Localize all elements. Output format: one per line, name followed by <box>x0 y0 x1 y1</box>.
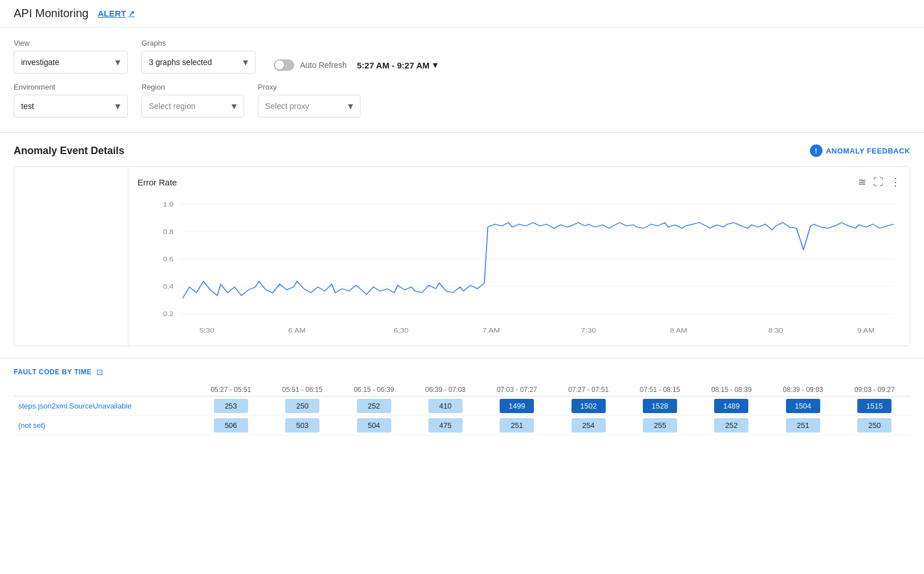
fault-cell: 1515 <box>839 397 910 416</box>
cell-value: 251 <box>786 418 820 432</box>
svg-text:0.4: 0.4 <box>163 283 174 290</box>
chart-more-icon[interactable]: ⋮ <box>890 176 901 188</box>
chart-expand-icon[interactable]: ⛶ <box>873 176 884 188</box>
fault-row-name[interactable]: (not set) <box>14 416 195 435</box>
cell-value: 1489 <box>714 399 748 413</box>
region-label: Region <box>141 83 244 91</box>
fault-col-1: 05:51 - 06:15 <box>266 383 338 397</box>
controls-section: View investigate ▾ Graphs 3 graphs selec… <box>0 27 924 133</box>
page-title: API Monitoring <box>14 7 88 20</box>
cell-value: 252 <box>357 399 391 413</box>
svg-text:7 AM: 7 AM <box>483 327 500 334</box>
fault-code-export-icon[interactable]: ⊡ <box>96 367 103 377</box>
cell-value: 1504 <box>786 399 820 413</box>
anomaly-header: Anomaly Event Details ! ANOMALY FEEDBACK <box>14 144 910 157</box>
time-range-value: 5:27 AM - 9:27 AM <box>357 60 429 70</box>
graphs-dropdown-arrow: ▾ <box>243 56 248 68</box>
svg-text:0.8: 0.8 <box>163 228 174 236</box>
fault-cell: 251 <box>481 416 553 435</box>
time-range-arrow: ▾ <box>433 60 437 70</box>
table-row: steps.json2xml.SourceUnavailable25325025… <box>14 397 910 416</box>
environment-dropdown[interactable]: test ▾ <box>14 95 128 118</box>
fault-cell: 503 <box>266 416 338 435</box>
environment-dropdown-arrow: ▾ <box>115 100 120 112</box>
cell-value: 255 <box>643 418 677 432</box>
fault-cell: 254 <box>553 416 624 435</box>
graphs-value: 3 graphs selected <box>149 58 212 67</box>
cell-value: 503 <box>285 418 319 432</box>
proxy-placeholder: Select proxy <box>265 102 309 111</box>
proxy-label: Proxy <box>258 83 360 91</box>
proxy-dropdown-arrow: ▾ <box>348 100 353 112</box>
fault-col-7: 08:15 - 08:39 <box>696 383 767 397</box>
controls-row-2: Environment test ▾ Region Select region … <box>14 83 910 118</box>
anomaly-feedback-label: ANOMALY FEEDBACK <box>826 147 910 155</box>
proxy-dropdown[interactable]: Select proxy ▾ <box>258 95 360 118</box>
view-value: investigate <box>21 58 59 67</box>
toggle-knob <box>275 60 284 70</box>
fault-cell: 1489 <box>696 397 767 416</box>
region-dropdown-arrow: ▾ <box>232 100 237 112</box>
table-row: (not set)506503504475251254255252251250 <box>14 416 910 435</box>
fault-cell: 1499 <box>481 397 553 416</box>
fault-code-section: FAULT CODE BY TIME ⊡ 05:27 - 05:51 05:51… <box>0 358 924 444</box>
chart-svg: 1.0 0.8 0.6 0.4 0.2 5:30 6 AM 6:30 7 AM … <box>137 193 901 341</box>
fault-cell: 252 <box>696 416 767 435</box>
controls-row-1: View investigate ▾ Graphs 3 graphs selec… <box>14 39 910 74</box>
fault-col-0: 05:27 - 05:51 <box>195 383 266 397</box>
chart-title: Error Rate <box>137 177 177 187</box>
environment-label: Environment <box>14 83 128 91</box>
chart-container: Error Rate ≅ ⛶ ⋮ 1.0 0.8 <box>14 166 910 346</box>
anomaly-title: Anomaly Event Details <box>14 145 124 157</box>
cell-value: 250 <box>285 399 319 413</box>
region-placeholder: Select region <box>149 102 196 111</box>
view-label: View <box>14 39 128 47</box>
fault-cell: 250 <box>839 416 910 435</box>
chart-main: Error Rate ≅ ⛶ ⋮ 1.0 0.8 <box>128 167 910 346</box>
alert-label: ALERT <box>98 9 126 18</box>
fault-cell: 253 <box>195 397 266 416</box>
fault-cell: 1528 <box>624 397 695 416</box>
fault-cell: 506 <box>195 416 266 435</box>
fault-code-table: 05:27 - 05:51 05:51 - 06:15 06:15 - 06:3… <box>14 383 910 435</box>
cell-value: 250 <box>857 418 891 432</box>
fault-code-title: FAULT CODE BY TIME <box>14 368 92 376</box>
svg-text:6 AM: 6 AM <box>289 327 306 334</box>
svg-text:9 AM: 9 AM <box>857 327 874 334</box>
environment-value: test <box>21 102 34 111</box>
cell-value: 252 <box>714 418 748 432</box>
cell-value: 504 <box>357 418 391 432</box>
region-dropdown[interactable]: Select region ▾ <box>141 95 244 118</box>
auto-refresh-toggle[interactable] <box>274 59 294 71</box>
view-dropdown[interactable]: investigate ▾ <box>14 51 128 74</box>
alert-link[interactable]: ALERT ↗ <box>98 9 135 18</box>
fault-col-2: 06:15 - 06:39 <box>338 383 410 397</box>
fault-col-name <box>14 383 195 397</box>
fault-col-8: 08:39 - 09:03 <box>767 383 838 397</box>
chart-title-row: Error Rate ≅ ⛶ ⋮ <box>137 176 901 188</box>
external-link-icon: ↗ <box>128 9 135 18</box>
fault-cell: 250 <box>266 397 338 416</box>
svg-text:5:30: 5:30 <box>200 327 214 334</box>
fault-cell: 251 <box>767 416 838 435</box>
cell-value: 251 <box>500 418 534 432</box>
fault-row-name[interactable]: steps.json2xml.SourceUnavailable <box>14 397 195 416</box>
view-control-group: View investigate ▾ <box>14 39 128 74</box>
fault-cell: 252 <box>338 397 410 416</box>
chart-legend-icon[interactable]: ≅ <box>858 176 866 188</box>
environment-control-group: Environment test ▾ <box>14 83 128 118</box>
fault-col-9: 09:03 - 09:27 <box>839 383 910 397</box>
graphs-dropdown[interactable]: 3 graphs selected ▾ <box>141 51 256 74</box>
fault-cell: 1502 <box>553 397 624 416</box>
svg-text:0.6: 0.6 <box>163 256 174 263</box>
cell-value: 253 <box>214 399 248 413</box>
anomaly-section: Anomaly Event Details ! ANOMALY FEEDBACK… <box>0 133 924 346</box>
cell-value: 1528 <box>643 399 677 413</box>
graphs-label: Graphs <box>141 39 256 47</box>
auto-refresh-container: Auto Refresh 5:27 AM - 9:27 AM ▾ <box>274 56 442 74</box>
fault-cell: 504 <box>338 416 410 435</box>
time-range-selector[interactable]: 5:27 AM - 9:27 AM ▾ <box>352 56 442 74</box>
anomaly-feedback-button[interactable]: ! ANOMALY FEEDBACK <box>810 144 910 157</box>
fault-col-3: 06:39 - 07:03 <box>410 383 481 397</box>
cell-value: 475 <box>428 418 463 432</box>
